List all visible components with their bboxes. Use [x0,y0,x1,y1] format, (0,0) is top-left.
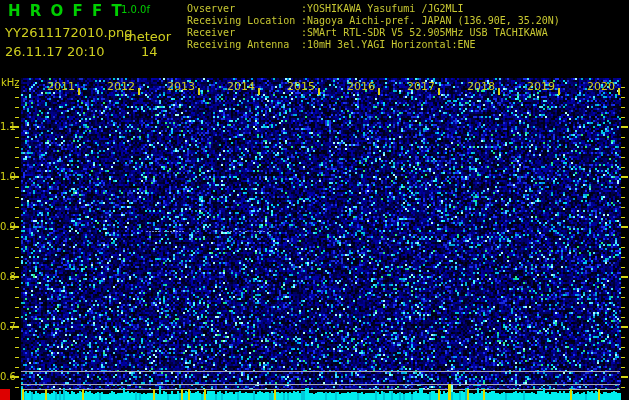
x-axis-time-label: 2015 [287,81,315,92]
y-axis-label: 0.6 [0,372,14,382]
info-row-value: :YOSHIKAWA Yasufumi /JG2MLI [301,3,464,14]
x-axis-time-label: 2020 [587,81,615,92]
x-axis-time-label: 2013 [167,81,195,92]
y-axis-unit-label: kHz [1,78,20,88]
y-axis-label: 0.8 [0,272,14,282]
info-row-value: :10mH 3el.YAGI Horizontal:ENE [301,39,476,50]
x-axis-time-label: 2017 [407,81,435,92]
x-axis-time-label: 2012 [107,81,135,92]
mode-label: meteor [124,30,171,43]
app-title: H R O F F T [8,4,124,19]
y-axis-label: 0.9 [0,222,14,232]
station-info-block: Ovserver:YOSHIKAWA Yasufumi /JG2MLIRecei… [187,4,560,52]
x-axis-time-label: 2018 [467,81,495,92]
info-row: Receiving Antenna:10mH 3el.YAGI Horizont… [187,40,560,52]
app-version: 1.0.0f [121,5,150,15]
y-axis-label: 0.7 [0,322,14,332]
meteor-count: 14 [141,45,158,58]
hrofft-screen: H R O F F T 1.0.0f YY2611172010.png mete… [0,0,629,400]
x-axis-time-label: 2016 [347,81,375,92]
info-row-label: Receiving Antenna [187,40,301,50]
info-row-label: Receiver [187,28,301,38]
spectrogram-canvas [0,0,629,400]
info-row-value: :SMArt RTL-SDR V5 52.905MHz USB TACHIKAW… [301,27,548,38]
info-row-label: Receiving Location [187,16,301,26]
x-axis-time-label: 2011 [47,81,75,92]
observation-datetime: 26.11.17 20:10 [5,45,105,58]
y-axis-label: 1.0 [0,172,14,182]
x-axis-time-label: 2019 [527,81,555,92]
info-row-value: :Nagoya Aichi-pref. JAPAN (136.90E, 35.2… [301,15,560,26]
y-axis-label: 1.1 [0,122,14,132]
x-axis-time-label: 2014 [227,81,255,92]
output-filename: YY2611172010.png [5,26,132,39]
info-row-label: Ovserver [187,4,301,14]
